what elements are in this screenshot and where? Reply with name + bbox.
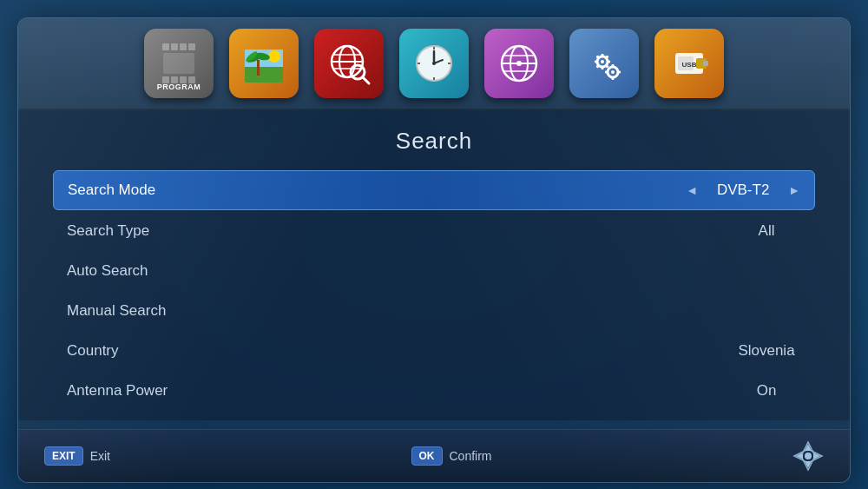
svg-rect-0 <box>245 65 283 83</box>
media-icon-svg <box>241 41 286 86</box>
svg-point-56 <box>805 453 812 459</box>
settings-row-manual-search[interactable]: Manual Search <box>53 292 815 330</box>
ok-label: Confirm <box>450 449 492 463</box>
svg-point-30 <box>601 60 604 63</box>
country-value-container: Slovenia <box>732 342 801 360</box>
country-value: Slovenia <box>732 342 801 360</box>
ok-button[interactable]: OK Confirm <box>411 446 492 466</box>
svg-rect-41 <box>612 64 615 68</box>
usb-icon-svg: USB <box>667 41 712 86</box>
exit-button[interactable]: EXIT Exit <box>44 446 110 466</box>
svg-point-40 <box>611 70 615 74</box>
program-label: PROGRAM <box>144 83 214 91</box>
search-type-value: All <box>732 222 801 240</box>
bottom-bar: EXIT Exit OK Confirm <box>18 429 850 482</box>
svg-line-13 <box>363 77 369 83</box>
ok-badge[interactable]: OK <box>411 446 443 466</box>
search-mode-label: Search Mode <box>68 182 686 199</box>
icon-media[interactable] <box>229 29 299 98</box>
exit-label: Exit <box>90 449 110 463</box>
country-label: Country <box>67 342 732 360</box>
search-mode-value: DVB-T2 <box>708 182 778 199</box>
antenna-power-label: Antenna Power <box>67 382 732 400</box>
right-arrow-icon: ► <box>788 183 800 197</box>
icon-program[interactable]: PROGRAM <box>144 29 214 98</box>
search-type-value-container: All <box>732 222 801 240</box>
svg-point-28 <box>516 61 522 66</box>
svg-point-2 <box>268 50 280 63</box>
search-type-label: Search Type <box>67 222 732 240</box>
settings-table: Search Mode ◄ DVB-T2 ► Search Type All A… <box>53 170 815 410</box>
search-mode-value-container: ◄ DVB-T2 ► <box>686 182 800 199</box>
svg-rect-33 <box>595 61 598 63</box>
icon-bar: PROGRAM <box>18 18 850 110</box>
svg-rect-43 <box>605 71 608 74</box>
settings-row-auto-search[interactable]: Auto Search <box>53 252 815 290</box>
svg-rect-31 <box>602 54 604 57</box>
svg-rect-3 <box>257 60 260 76</box>
auto-search-label: Auto Search <box>67 262 801 280</box>
icon-usb[interactable]: USB <box>654 29 724 98</box>
nav-diamond-icon[interactable] <box>792 440 824 472</box>
svg-rect-49 <box>703 61 708 66</box>
exit-badge[interactable]: EXIT <box>44 446 83 466</box>
content-area: Search Search Mode ◄ DVB-T2 ► Search Typ… <box>18 110 850 420</box>
svg-text:USB: USB <box>682 61 697 69</box>
icon-clock[interactable] <box>399 29 469 98</box>
clock-icon-svg <box>411 41 457 86</box>
antenna-power-value: On <box>732 382 801 400</box>
search-icon-svg <box>326 41 372 86</box>
main-container: PROGRAM <box>17 17 851 483</box>
page-title: Search <box>53 128 815 155</box>
settings-row-search-type[interactable]: Search Type All <box>53 212 815 250</box>
settings-row-country[interactable]: Country Slovenia <box>53 332 815 370</box>
manual-search-label: Manual Search <box>67 302 801 320</box>
settings-row-antenna-power[interactable]: Antenna Power On <box>53 372 815 410</box>
icon-network[interactable] <box>484 29 554 98</box>
svg-rect-42 <box>612 76 615 80</box>
icon-search-web[interactable] <box>314 29 384 98</box>
svg-rect-44 <box>617 71 621 74</box>
antenna-power-value-container: On <box>732 382 801 400</box>
svg-rect-34 <box>607 61 610 63</box>
settings-icon-svg <box>582 41 627 86</box>
icon-settings[interactable] <box>569 29 639 98</box>
settings-row-search-mode[interactable]: Search Mode ◄ DVB-T2 ► <box>53 170 815 210</box>
network-icon-svg <box>496 41 542 86</box>
svg-rect-32 <box>602 66 604 69</box>
left-arrow-icon: ◄ <box>686 183 698 197</box>
